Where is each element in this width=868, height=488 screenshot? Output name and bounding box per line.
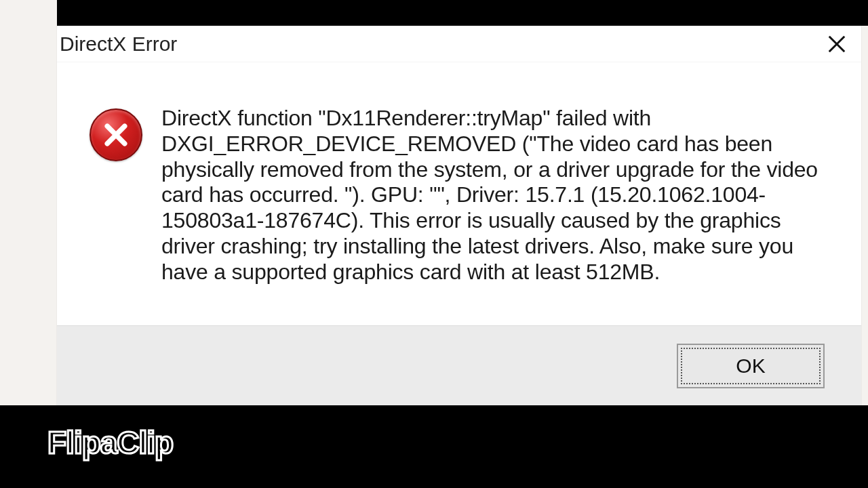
title-bar: DirectX Error xyxy=(57,26,861,62)
error-dialog: DirectX Error DirectX function "Dx11Rend… xyxy=(57,26,861,405)
close-icon xyxy=(827,34,847,54)
close-button[interactable] xyxy=(822,29,852,59)
letterbox-top xyxy=(57,0,868,26)
dialog-footer: OK xyxy=(57,325,861,405)
letterbox-bottom xyxy=(0,405,868,488)
dialog-body: DirectX function "Dx11Renderer::tryMap" … xyxy=(57,62,861,325)
error-message: DirectX function "Dx11Renderer::tryMap" … xyxy=(161,106,821,305)
error-icon xyxy=(90,108,142,161)
ok-button[interactable]: OK xyxy=(677,344,825,388)
stage: DirectX Error DirectX function "Dx11Rend… xyxy=(0,0,868,488)
dialog-title: DirectX Error xyxy=(60,33,177,56)
